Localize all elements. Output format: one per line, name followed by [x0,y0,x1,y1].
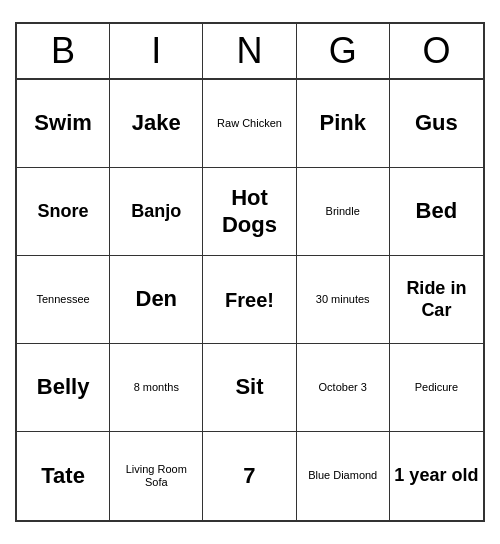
cell-text: Den [136,286,178,312]
bingo-cell: 7 [203,432,296,520]
cell-text: Tate [41,463,85,489]
bingo-cell: Pedicure [390,344,483,432]
bingo-cell: Snore [17,168,110,256]
bingo-cell: October 3 [297,344,390,432]
bingo-cell: Swim [17,80,110,168]
bingo-cell: 30 minutes [297,256,390,344]
bingo-cell: Pink [297,80,390,168]
cell-text: 7 [243,463,255,489]
header-letter: O [390,24,483,78]
cell-text: Belly [37,374,90,400]
cell-text: Raw Chicken [217,117,282,130]
bingo-grid: SwimJakeRaw ChickenPinkGusSnoreBanjoHot … [17,80,483,520]
cell-text: Ride in Car [394,278,479,321]
bingo-cell: Den [110,256,203,344]
bingo-cell: Raw Chicken [203,80,296,168]
bingo-cell: 1 year old [390,432,483,520]
cell-text: Gus [415,110,458,136]
header-letter: I [110,24,203,78]
bingo-cell: Hot Dogs [203,168,296,256]
cell-text: Banjo [131,201,181,223]
bingo-cell: Living Room Sofa [110,432,203,520]
bingo-cell: Jake [110,80,203,168]
bingo-cell: Belly [17,344,110,432]
cell-text: Free! [225,288,274,312]
cell-text: Pedicure [415,381,458,394]
header-letter: N [203,24,296,78]
bingo-cell: Bed [390,168,483,256]
cell-text: Snore [38,201,89,223]
cell-text: Swim [34,110,91,136]
cell-text: Blue Diamond [308,469,377,482]
cell-text: Hot Dogs [207,185,291,238]
bingo-cell: Free! [203,256,296,344]
cell-text: Jake [132,110,181,136]
cell-text: Bed [416,198,458,224]
bingo-header: BINGO [17,24,483,80]
cell-text: Pink [319,110,365,136]
cell-text: 30 minutes [316,293,370,306]
bingo-cell: Gus [390,80,483,168]
bingo-cell: Blue Diamond [297,432,390,520]
bingo-cell: Sit [203,344,296,432]
cell-text: 8 months [134,381,179,394]
bingo-card: BINGO SwimJakeRaw ChickenPinkGusSnoreBan… [15,22,485,522]
cell-text: 1 year old [394,465,478,487]
bingo-cell: Brindle [297,168,390,256]
cell-text: Tennessee [36,293,89,306]
header-letter: B [17,24,110,78]
bingo-cell: 8 months [110,344,203,432]
cell-text: October 3 [319,381,367,394]
cell-text: Sit [235,374,263,400]
bingo-cell: Tennessee [17,256,110,344]
bingo-cell: Ride in Car [390,256,483,344]
cell-text: Living Room Sofa [114,463,198,489]
bingo-cell: Banjo [110,168,203,256]
bingo-cell: Tate [17,432,110,520]
cell-text: Brindle [326,205,360,218]
header-letter: G [297,24,390,78]
